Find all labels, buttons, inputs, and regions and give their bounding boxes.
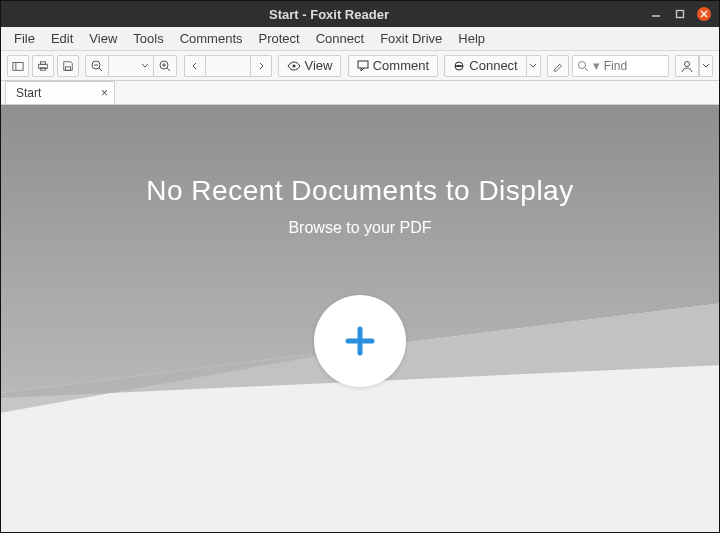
chevron-down-icon	[529, 62, 537, 70]
start-heading: No Recent Documents to Display	[1, 175, 719, 207]
svg-line-11	[99, 68, 102, 71]
close-tab-icon[interactable]: ×	[101, 86, 108, 100]
print-button[interactable]	[32, 55, 54, 77]
zoom-level-dropdown[interactable]	[108, 55, 154, 77]
comment-mode-label: Comment	[373, 58, 429, 73]
search-icon	[577, 60, 589, 72]
start-page: No Recent Documents to Display Browse to…	[1, 105, 719, 532]
minimize-button[interactable]	[649, 7, 663, 21]
chevron-down-icon	[141, 62, 149, 70]
svg-rect-1	[677, 11, 684, 18]
menu-foxit-drive[interactable]: Foxit Drive	[373, 29, 449, 48]
chevron-right-icon	[256, 61, 266, 71]
document-tabs: Start ×	[1, 81, 719, 105]
open-button[interactable]	[7, 55, 29, 77]
view-mode-button[interactable]: View	[278, 55, 342, 77]
svg-rect-4	[13, 62, 23, 70]
menu-edit[interactable]: Edit	[44, 29, 80, 48]
view-mode-label: View	[305, 58, 333, 73]
plus-icon	[340, 321, 380, 361]
app-window: Start - Foxit Reader File Edit View Tool…	[0, 0, 720, 533]
chevron-left-icon	[190, 61, 200, 71]
menu-connect[interactable]: Connect	[309, 29, 371, 48]
highlight-icon	[552, 59, 564, 73]
zoom-in-icon	[158, 59, 172, 73]
page-number-input[interactable]	[205, 55, 251, 77]
zoom-group	[85, 55, 177, 77]
titlebar: Start - Foxit Reader	[1, 1, 719, 27]
account-dropdown[interactable]	[699, 55, 713, 77]
highlight-tool-button[interactable]	[547, 55, 569, 77]
eye-icon	[287, 61, 301, 71]
start-subtitle: Browse to your PDF	[1, 219, 719, 237]
svg-line-14	[167, 68, 170, 71]
window-title: Start - Foxit Reader	[9, 7, 649, 22]
connect-label: Connect	[469, 58, 517, 73]
find-input[interactable]	[604, 59, 664, 73]
hero-text: No Recent Documents to Display Browse to…	[1, 175, 719, 237]
connect-group: Connect	[444, 55, 540, 77]
comment-icon	[357, 60, 369, 72]
zoom-out-button[interactable]	[85, 55, 109, 77]
comment-mode-button[interactable]: Comment	[348, 55, 438, 77]
menu-help[interactable]: Help	[451, 29, 492, 48]
svg-point-22	[684, 61, 689, 66]
save-icon	[62, 59, 74, 73]
folder-icon	[12, 59, 24, 73]
chevron-down-icon	[702, 62, 710, 70]
find-field[interactable]: ▾	[572, 55, 669, 77]
menu-protect[interactable]: Protect	[252, 29, 307, 48]
account-button[interactable]	[675, 55, 699, 77]
maximize-button[interactable]	[673, 7, 687, 21]
connect-dropdown[interactable]	[527, 55, 541, 77]
account-group	[675, 55, 713, 77]
connect-button[interactable]: Connect	[444, 55, 526, 77]
close-button[interactable]	[697, 7, 711, 21]
zoom-out-icon	[90, 59, 104, 73]
svg-point-17	[292, 64, 295, 67]
svg-rect-9	[65, 66, 70, 69]
tab-start[interactable]: Start ×	[5, 81, 115, 104]
open-file-button[interactable]	[314, 295, 406, 387]
connect-icon	[453, 60, 465, 72]
print-icon	[37, 59, 49, 73]
svg-line-21	[585, 68, 588, 71]
svg-point-20	[578, 61, 585, 68]
window-controls	[649, 7, 711, 21]
menu-file[interactable]: File	[7, 29, 42, 48]
prev-page-button[interactable]	[184, 55, 206, 77]
svg-rect-18	[358, 61, 368, 68]
page-nav-group	[184, 55, 272, 77]
toolbar: View Comment Connect ▾	[1, 51, 719, 81]
menu-view[interactable]: View	[82, 29, 124, 48]
user-icon	[680, 59, 694, 73]
menubar: File Edit View Tools Comments Protect Co…	[1, 27, 719, 51]
zoom-in-button[interactable]	[153, 55, 177, 77]
next-page-button[interactable]	[250, 55, 272, 77]
menu-tools[interactable]: Tools	[126, 29, 170, 48]
menu-comments[interactable]: Comments	[173, 29, 250, 48]
svg-rect-7	[40, 61, 45, 64]
tab-label: Start	[16, 86, 41, 100]
save-button[interactable]	[57, 55, 79, 77]
